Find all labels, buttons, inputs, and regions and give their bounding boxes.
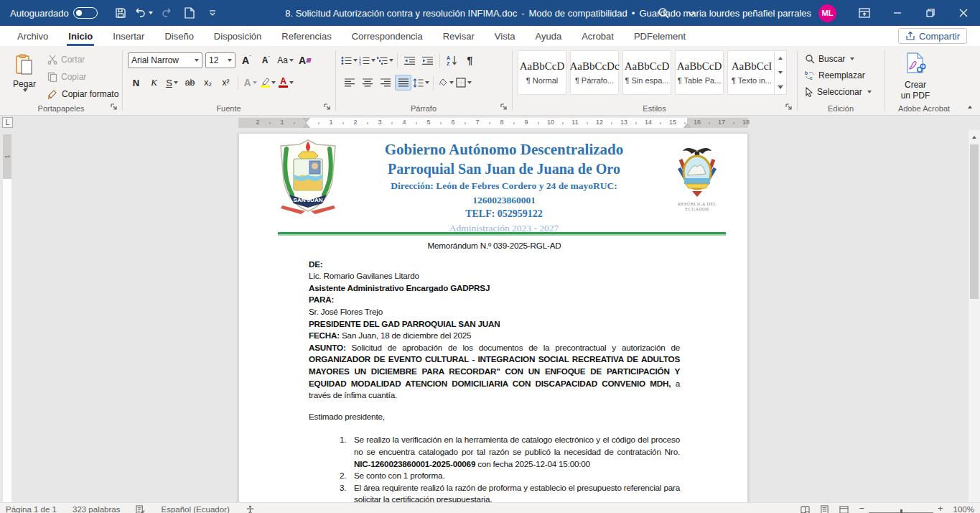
memo-list[interactable]: 1.Se realizo la verificación en la herra… (309, 434, 680, 502)
bullets-button[interactable] (341, 52, 358, 68)
search-icon[interactable] (648, 0, 681, 26)
tab-vista[interactable]: Vista (485, 26, 526, 46)
tab-referencias[interactable]: Referencias (271, 26, 341, 46)
shrink-font-button[interactable]: Aˇ (258, 52, 274, 68)
select-button[interactable]: Seleccionar (803, 83, 874, 100)
scroll-up-icon[interactable] (969, 131, 980, 142)
style-card-0[interactable]: AaBbCcD¶ Normal (518, 50, 566, 95)
tab-acrobat[interactable]: Acrobat (571, 26, 624, 46)
read-mode-icon[interactable] (801, 505, 810, 513)
styles-gallery-expand-icon[interactable] (775, 80, 786, 94)
memo-list-item-1[interactable]: 1.Se realizo la verificación en la herra… (340, 434, 680, 470)
font-color-button[interactable]: A (278, 75, 294, 91)
left-indent-marker[interactable] (303, 124, 310, 128)
page-indicator[interactable]: Página 1 de 1 (6, 505, 57, 513)
memo-body[interactable]: Memorándum N.º 039-2025-RGL-AD DE: Lic. … (239, 236, 747, 502)
font-dialog-launcher[interactable] (324, 103, 332, 112)
align-right-button[interactable] (377, 75, 393, 91)
justify-button[interactable] (395, 75, 411, 91)
collapse-ribbon-icon[interactable] (964, 102, 976, 112)
paste-button[interactable]: Pegar (9, 50, 40, 106)
close-button[interactable] (947, 0, 980, 26)
customize-qat-icon[interactable] (202, 3, 223, 23)
align-center-button[interactable] (359, 75, 375, 91)
print-layout-icon[interactable] (820, 505, 829, 513)
multilevel-list-button[interactable] (377, 52, 393, 68)
minimize-button[interactable] (881, 0, 914, 26)
scrollbar-thumb[interactable] (970, 144, 979, 299)
autosave-toggle[interactable]: Autoguardado (10, 7, 98, 19)
vertical-ruler[interactable]: 1 (3, 134, 11, 502)
autosave-toggle-switch[interactable] (73, 7, 98, 19)
tab-ayuda[interactable]: Ayuda (525, 26, 571, 46)
memo-list-item-2[interactable]: 2.Se conto con 1 proforma. (340, 470, 680, 482)
word-count[interactable]: 323 palabras (73, 505, 121, 513)
style-card-2[interactable]: AaBbCcD¶ Sin espa... (622, 50, 671, 95)
zoom-percent[interactable]: 100% (953, 505, 974, 513)
align-left-button[interactable] (341, 75, 358, 91)
spellcheck-icon[interactable] (136, 505, 145, 513)
document-page[interactable]: SAN JUAN Gobierno Autónomo Descentraliza… (238, 133, 748, 502)
style-card-4[interactable]: AaBbCcI¶ Texto in... (727, 50, 776, 95)
tab-archivo[interactable]: Archivo (7, 26, 58, 46)
memo-list-item-3[interactable]: 3.El área requirente realizó la razón de… (340, 482, 680, 502)
superscript-button[interactable]: x² (218, 75, 234, 91)
tab-disposicion[interactable]: Disposición (204, 26, 271, 46)
tab-insertar[interactable]: Insertar (103, 26, 154, 46)
format-painter-button[interactable]: Copiar formato (45, 86, 121, 102)
line-spacing-button[interactable] (413, 75, 429, 91)
replace-button[interactable]: bc Reemplazar (803, 67, 867, 83)
tab-correspondencia[interactable]: Correspondencia (342, 26, 433, 46)
shading-button[interactable] (437, 75, 454, 91)
user-name[interactable]: maria lourdes peñafiel parrales (683, 8, 811, 19)
change-case-button[interactable]: Aa (277, 52, 294, 68)
share-button[interactable]: Compartir (898, 28, 967, 44)
style-card-3[interactable]: AaBbCcD¶ Table Pa... (675, 50, 724, 95)
strikethrough-button[interactable]: ab (182, 75, 198, 91)
font-family-combo[interactable]: Arial Narrow (128, 52, 202, 68)
restore-button[interactable] (914, 0, 947, 26)
tab-pdfelement[interactable]: PDFelement (624, 26, 696, 46)
new-document-icon[interactable] (179, 3, 200, 23)
accessibility-icon[interactable] (246, 505, 255, 513)
web-layout-icon[interactable] (839, 505, 849, 513)
vertical-scrollbar[interactable] (968, 130, 980, 502)
italic-button[interactable]: K (146, 75, 162, 91)
san-juan-coat-of-arms[interactable]: SAN JUAN (272, 137, 344, 214)
find-button[interactable]: Buscar (803, 50, 857, 67)
clipboard-dialog-launcher[interactable] (111, 103, 119, 112)
bold-button[interactable]: N (128, 75, 144, 91)
tab-diseno[interactable]: Diseño (154, 26, 203, 46)
redo-button[interactable] (157, 3, 177, 23)
increase-indent-button[interactable] (419, 52, 436, 68)
language-indicator[interactable]: Español (Ecuador) (161, 505, 229, 513)
copy-button[interactable]: Copiar (45, 69, 89, 85)
zoom-slider[interactable]: − + (859, 505, 943, 512)
font-size-combo[interactable]: 12 (205, 52, 235, 68)
grow-font-button[interactable]: Aˆ (238, 52, 255, 68)
underline-button[interactable]: S (164, 75, 180, 91)
sort-button[interactable]: AZ (444, 52, 460, 68)
subscript-button[interactable]: x₂ (200, 75, 216, 91)
style-card-1[interactable]: AaBbCcDc¶ Párrafo... (570, 50, 619, 95)
decrease-indent-button[interactable] (401, 52, 418, 68)
right-indent-marker[interactable] (683, 124, 691, 128)
numbering-button[interactable]: 123 (359, 52, 375, 68)
tab-stop-selector[interactable]: L (2, 117, 13, 128)
horizontal-ruler[interactable]: 21123456789101112131415161718 (238, 118, 748, 128)
ecuador-coat-of-arms[interactable]: REPÚBLICA DEL ECUADOR (666, 147, 729, 211)
ribbon-display-options-icon[interactable] (848, 0, 881, 26)
borders-button[interactable] (455, 75, 472, 91)
save-icon[interactable] (111, 3, 131, 23)
cut-button[interactable]: Cortar (45, 52, 88, 68)
styles-scroll-up-icon[interactable] (775, 51, 786, 65)
styles-dialog-launcher[interactable] (785, 103, 794, 112)
avatar[interactable]: ML (818, 4, 836, 22)
text-effects-button[interactable]: A (242, 75, 258, 91)
styles-scroll-down-icon[interactable] (775, 65, 786, 80)
highlight-button[interactable] (260, 75, 276, 91)
clear-formatting-button[interactable]: A (297, 52, 313, 68)
undo-button[interactable] (134, 3, 154, 23)
tab-revisar[interactable]: Revisar (433, 26, 485, 46)
paragraph-dialog-launcher[interactable] (500, 103, 509, 112)
